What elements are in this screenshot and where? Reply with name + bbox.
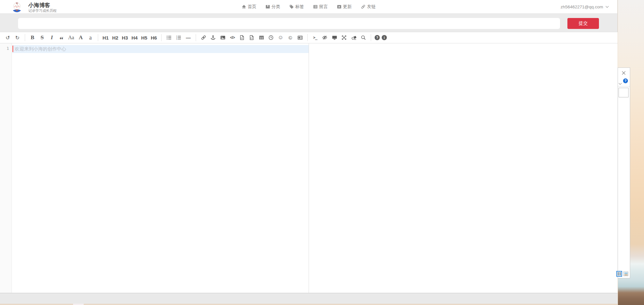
list-ol-button[interactable]: 123 — [175, 33, 182, 42]
h2-button[interactable]: H2 — [111, 33, 119, 42]
beach-thumbnail — [624, 273, 628, 275]
clear-button[interactable] — [350, 33, 358, 42]
monitor-icon — [332, 35, 337, 40]
markdown-preview-pane — [309, 43, 618, 293]
message-board-icon — [313, 4, 318, 9]
code-editor-pane[interactable]: 1 欢迎来到小海的创作中心 — [0, 43, 309, 293]
list-view-icon[interactable] — [616, 271, 622, 277]
nav-label: 首页 — [248, 4, 257, 10]
search-button[interactable] — [359, 33, 367, 42]
nav-label: 留言 — [319, 4, 328, 10]
italic-button[interactable]: I — [48, 33, 56, 42]
toolbar-separator — [25, 34, 25, 41]
horizontal-rule-button[interactable]: — — [184, 33, 192, 42]
link-icon — [201, 35, 206, 40]
overlay-input[interactable] — [619, 88, 629, 97]
newspaper-icon — [297, 35, 303, 40]
nav-item-tags[interactable]: 标签 — [289, 4, 304, 10]
watch-toggle-button[interactable] — [321, 33, 329, 42]
nav-item-friend-links[interactable]: 友链 — [361, 4, 376, 10]
home-icon — [242, 4, 246, 9]
caret-up-square-icon — [337, 4, 341, 9]
search-icon — [361, 35, 366, 40]
h5-button[interactable]: H5 — [140, 33, 148, 42]
nav-label: 分类 — [272, 4, 280, 10]
pagebreak-button[interactable] — [296, 33, 304, 42]
eye-slash-icon — [322, 35, 328, 40]
main-content: 小海博客 记录学习成长历程 首页 分类 标签 留言 — [0, 0, 618, 304]
undo-button[interactable]: ↺ — [4, 33, 12, 42]
h1-button[interactable]: H1 — [102, 33, 109, 42]
toolbar-separator — [371, 34, 371, 41]
image-button[interactable] — [219, 33, 227, 42]
divider — [618, 86, 630, 86]
help-button[interactable]: ? — [375, 35, 380, 40]
file-code-icon — [239, 35, 245, 40]
tag-icon — [289, 4, 294, 9]
preformatted-text-button[interactable] — [238, 33, 246, 42]
svg-text:3: 3 — [176, 38, 177, 40]
fullscreen-button[interactable] — [340, 33, 348, 42]
table-button[interactable] — [257, 33, 265, 42]
nav-label: 标签 — [295, 4, 304, 10]
overlay-widget-panel: ? — [618, 67, 630, 278]
ucwords-button[interactable]: Aa — [67, 33, 75, 42]
categories-icon — [266, 4, 270, 9]
nav-item-messages[interactable]: 留言 — [313, 4, 328, 10]
post-title-input[interactable] — [18, 18, 560, 29]
user-email: zh56462271@qq.com — [561, 4, 603, 9]
chain-link-icon — [361, 4, 366, 9]
link-button[interactable] — [200, 33, 207, 42]
inline-code-button[interactable]: </> — [229, 33, 236, 42]
table-icon — [259, 35, 264, 40]
toolbar-separator — [307, 34, 308, 41]
clock-icon — [268, 35, 274, 40]
goto-line-button[interactable]: >_ — [311, 33, 319, 42]
h6-button[interactable]: H6 — [150, 33, 158, 42]
h3-button[interactable]: H3 — [121, 33, 129, 42]
html-entities-button[interactable]: © — [286, 33, 294, 42]
numbered-list-icon: 123 — [176, 35, 181, 40]
bullet-list-icon — [166, 35, 172, 40]
background-photo-bottom-detail — [73, 304, 84, 305]
nav-label: 友链 — [367, 4, 376, 10]
eraser-icon — [351, 35, 357, 40]
datetime-button[interactable] — [267, 33, 275, 42]
chevron-down-icon[interactable] — [618, 81, 622, 86]
quote-button[interactable]: “ — [58, 33, 65, 42]
bold-button[interactable]: B — [29, 33, 36, 42]
anchor-button[interactable] — [209, 33, 217, 42]
chevron-down-icon — [605, 6, 609, 8]
topbar: 小海博客 记录学习成长历程 首页 分类 标签 留言 — [0, 0, 617, 13]
page: 小海博客 记录学习成长历程 首页 分类 标签 留言 — [0, 0, 644, 305]
nav-item-updates[interactable]: 更新 — [337, 4, 352, 10]
toolbar-separator — [161, 34, 162, 41]
code-block-button[interactable] — [248, 33, 256, 42]
main-nav: 首页 分类 标签 留言 更新 — [0, 0, 617, 13]
markdown-editor: ↺ ↻ B S I “ Aa A a H1 H2 H3 H4 H5 H6 — [0, 32, 618, 293]
toolbar-separator — [98, 34, 98, 41]
emoji-button[interactable]: ☺ — [277, 33, 285, 42]
help-badge-icon[interactable]: ? — [623, 78, 628, 83]
nav-item-home[interactable]: 首页 — [242, 4, 257, 10]
lowercase-button[interactable]: a — [87, 33, 94, 42]
nav-label: 更新 — [343, 4, 352, 10]
submit-button[interactable]: 提交 — [567, 18, 599, 29]
preview-button[interactable] — [331, 33, 338, 42]
user-menu[interactable]: zh56462271@qq.com — [561, 0, 609, 13]
text-cursor — [13, 46, 13, 52]
nav-item-categories[interactable]: 分类 — [266, 4, 280, 10]
h4-button[interactable]: H4 — [131, 33, 138, 42]
info-button[interactable]: i — [382, 35, 387, 40]
uppercase-button[interactable]: A — [77, 33, 85, 42]
list-ul-button[interactable] — [165, 33, 173, 42]
redo-button[interactable]: ↻ — [14, 33, 21, 42]
footer-strip — [0, 293, 618, 304]
line-number: 1 — [0, 46, 9, 51]
image-view-icon[interactable] — [623, 272, 628, 276]
composer-bar: 提交 — [0, 13, 617, 32]
close-icon[interactable] — [621, 71, 626, 76]
anchor-icon — [210, 35, 216, 40]
strikethrough-button[interactable]: S — [38, 33, 46, 42]
file-code-icon — [249, 35, 254, 40]
